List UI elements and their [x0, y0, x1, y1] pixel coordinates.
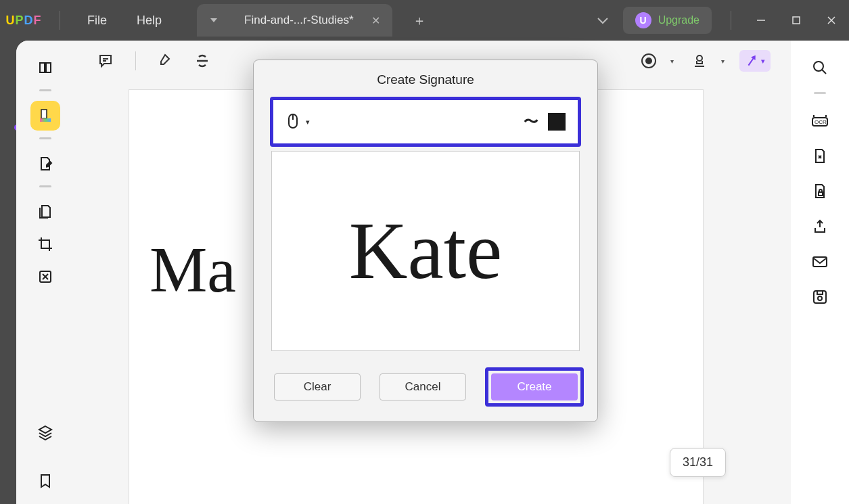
- highlighter-icon[interactable]: [155, 50, 177, 72]
- input-mode-selector[interactable]: ▾: [285, 112, 310, 131]
- drawn-signature: Kate: [349, 210, 503, 292]
- clear-button[interactable]: Clear: [274, 373, 361, 400]
- create-button[interactable]: Create: [491, 373, 578, 400]
- svg-rect-10: [819, 192, 823, 196]
- organize-icon[interactable]: [30, 262, 60, 292]
- app-logo: UPDF: [0, 14, 47, 28]
- svg-rect-11: [813, 257, 827, 267]
- page-indicator[interactable]: 31/31: [670, 448, 726, 477]
- svg-rect-14: [817, 291, 823, 294]
- reader-mode-icon[interactable]: [30, 53, 60, 83]
- email-icon[interactable]: [805, 247, 835, 277]
- strikeout-icon[interactable]: [191, 50, 213, 72]
- convert-icon[interactable]: [805, 141, 835, 171]
- svg-text:OCR: OCR: [814, 119, 827, 125]
- color-swatch[interactable]: [548, 113, 566, 131]
- left-rail: [16, 41, 74, 504]
- ocr-icon[interactable]: OCR: [805, 106, 835, 136]
- menu-file[interactable]: File: [72, 14, 122, 28]
- save-icon[interactable]: [805, 282, 835, 312]
- tab-overflow-icon[interactable]: [582, 16, 623, 24]
- signature-tool-button[interactable]: ▾: [739, 50, 771, 72]
- close-window-button[interactable]: [814, 0, 849, 41]
- rail-separator: [39, 89, 51, 91]
- cancel-button[interactable]: Cancel: [380, 373, 466, 400]
- svg-point-13: [818, 296, 822, 300]
- svg-rect-2: [40, 118, 51, 122]
- signature-canvas[interactable]: Kate: [271, 151, 580, 351]
- shape-tool-icon[interactable]: [638, 50, 660, 72]
- signature-toolbar-highlight: ▾ 〜: [270, 97, 581, 147]
- titlebar: UPDF File Help Find-and-...r-Studies* ✕ …: [0, 0, 849, 41]
- create-signature-dialog: Create Signature ▾ 〜 Kate Clear Cancel C…: [253, 60, 598, 422]
- pages-icon[interactable]: [30, 197, 60, 227]
- create-button-highlight: Create: [485, 367, 584, 407]
- dialog-buttons: Clear Cancel Create: [254, 367, 597, 407]
- tab-title: Find-and-...r-Studies*: [244, 14, 354, 27]
- stamp-icon[interactable]: [689, 50, 710, 72]
- rail-separator: [39, 185, 51, 187]
- dropdown-caret-icon[interactable]: ▾: [670, 58, 674, 65]
- svg-point-7: [814, 62, 823, 71]
- page-handwriting: Ma: [150, 232, 236, 307]
- dropdown-caret-icon[interactable]: ▾: [721, 58, 725, 65]
- menu-help[interactable]: Help: [122, 14, 177, 28]
- crop-icon[interactable]: [30, 229, 60, 259]
- share-icon[interactable]: [805, 212, 835, 242]
- dropdown-caret-icon: ▾: [306, 118, 310, 127]
- maximize-button[interactable]: [779, 0, 814, 41]
- user-avatar: U: [635, 12, 651, 28]
- dropdown-caret-icon: ▾: [761, 57, 765, 66]
- note-icon[interactable]: [95, 50, 116, 72]
- search-icon[interactable]: [805, 53, 835, 83]
- right-rail: OCR: [791, 41, 849, 504]
- protect-icon[interactable]: [805, 177, 835, 206]
- close-tab-icon[interactable]: ✕: [371, 14, 380, 27]
- separator: [135, 51, 136, 70]
- separator: [731, 11, 731, 30]
- comment-mode-icon[interactable]: [30, 101, 60, 131]
- dialog-title: Create Signature: [254, 60, 597, 97]
- edit-mode-icon[interactable]: [30, 149, 60, 179]
- minimize-button[interactable]: [743, 0, 779, 41]
- new-tab-button[interactable]: ＋: [406, 12, 433, 30]
- separator: [60, 11, 60, 30]
- svg-rect-1: [793, 17, 800, 24]
- signature-toolbar: ▾ 〜: [273, 100, 578, 143]
- upgrade-label: Upgrade: [658, 14, 699, 26]
- svg-point-5: [646, 58, 651, 64]
- svg-point-6: [697, 55, 702, 61]
- rail-separator: [39, 137, 51, 139]
- bookmark-icon[interactable]: [30, 466, 60, 496]
- upgrade-button[interactable]: U Upgrade: [623, 7, 712, 34]
- document-tab[interactable]: Find-and-...r-Studies* ✕: [231, 4, 392, 37]
- layers-icon[interactable]: [30, 417, 60, 447]
- stroke-style-icon[interactable]: 〜: [524, 112, 538, 132]
- tab-dropdown[interactable]: [197, 4, 231, 37]
- rail-separator: [814, 92, 826, 94]
